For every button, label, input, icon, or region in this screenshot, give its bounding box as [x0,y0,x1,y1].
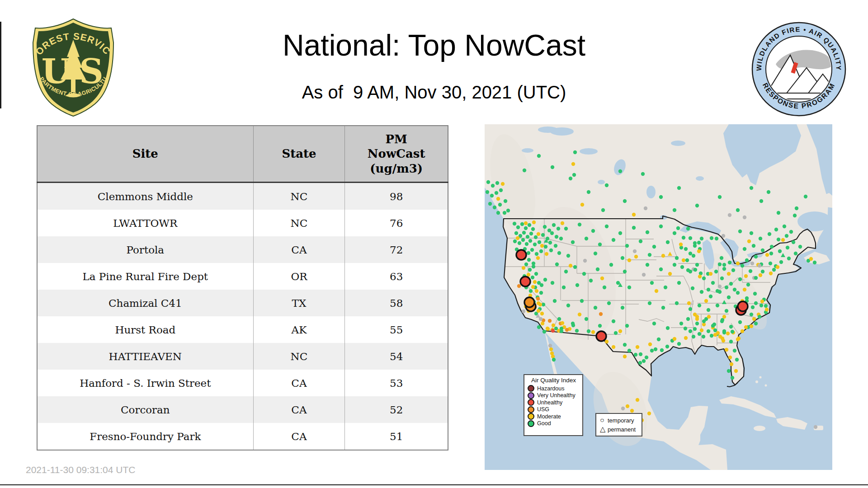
monitor-dot [722,267,726,271]
monitor-dot [633,249,637,253]
monitor-dot [659,267,663,271]
monitor-dot [710,334,713,338]
aqi-legend-label: Very Unhealthy [537,392,576,399]
monitor-dot [571,322,575,325]
monitor-dot [522,310,525,313]
monitor-dot [692,254,695,258]
monitor-dot [537,154,541,158]
monitor-dot [707,308,710,312]
monitor-dot [777,238,780,241]
state-cell: CA [253,370,345,396]
monitor-dot [676,226,680,230]
monitor-dot [639,239,642,243]
monitor-dot [682,236,685,239]
monitor-dot [642,273,646,277]
monitor-dot [625,244,629,248]
monitor-dot [539,317,542,321]
monitor-dot [725,286,728,289]
monitor-dot [499,188,503,192]
monitor-dot [680,265,684,269]
monitor-dot [793,214,797,217]
monitor-dot [652,245,656,249]
monitor-dot [540,312,544,315]
monitor-dot [707,329,710,333]
monitor-dot [745,258,749,262]
monitor-dot [549,347,553,351]
monitor-dot [580,203,584,206]
monitor-dot [673,263,676,267]
monitor-dot [657,338,660,341]
column-header-pm-nowcast: PM NowCast (ug/m3) [345,126,448,183]
monitor-dot [552,223,556,227]
aqi-color-swatch [528,420,534,427]
aqi-legend-label: Good [537,420,551,427]
monitor-dot [689,329,692,333]
monitor-dot [809,257,813,261]
monitor-dot [585,317,588,321]
monitor-dot [677,186,681,190]
monitor-dot [551,281,554,285]
table-row: PortolaCA72 [37,236,448,263]
monitor-dot [698,332,701,336]
monitor-type-item: ○temporary [600,416,642,425]
monitor-type-item: △permanent [600,425,642,434]
monitor-dot [575,329,579,333]
top-site-marker [596,331,606,341]
aqi-legend-item: USG [528,406,582,413]
table-row: Chamizal C41TX58 [37,290,448,316]
monitor-dot [783,225,786,228]
monitor-dot [743,247,746,251]
monitor-dot [665,345,669,348]
monitor-dot [525,242,528,246]
monitor-dot [698,275,702,278]
state-cell: CA [253,423,345,450]
monitor-dot [733,288,736,291]
monitor-dot [555,235,558,239]
monitor-dot [614,331,618,335]
monitor-dot [741,329,744,333]
monitor-dot [776,265,779,269]
monitor-dot [679,322,683,325]
monitor-dot [538,303,542,306]
monitor-dot [718,195,722,199]
monitor-dot [532,221,536,224]
monitor-dot [547,229,551,232]
monitor-dot [687,301,691,305]
monitor-dot [728,261,731,264]
monitor-dot [795,206,798,210]
monitor-dot [546,327,549,330]
monitor-dot [685,258,689,262]
monitor-dot [754,255,758,258]
monitor-dot [528,268,532,272]
monitor-dot [655,289,658,293]
monitor-dot [666,326,670,330]
monitor-dot [752,317,756,321]
monitor-dot [661,254,665,258]
table-row: CorcoranCA52 [37,396,448,423]
monitor-dot [571,240,575,244]
monitor-dot [621,306,624,310]
monitor-dot [675,301,679,305]
monitor-dot [679,243,683,246]
monitor-dot [536,297,540,300]
monitor-dot [531,276,534,279]
monitor-dot [552,324,555,327]
monitor-dot [516,225,520,229]
monitor-dot [549,249,553,252]
monitor-dot [543,278,547,282]
monitor-dot [644,206,647,210]
table-row: La Pine Rural Fire DeptOR63 [37,263,448,290]
monitor-dot [684,247,688,251]
monitor-dot [642,359,646,363]
monitor-dot [697,249,701,253]
monitor-dot [538,240,541,244]
monitor-dot [715,237,718,240]
monitor-dot [504,199,507,203]
aqi-legend-item: Good [528,420,582,427]
monitor-dot [673,231,676,235]
monitor-dot [648,253,651,257]
monitor-dot [714,270,718,273]
site-cell: La Pine Rural Fire Dept [37,263,253,290]
monitor-dot [673,208,676,212]
monitor-dot [734,369,738,373]
